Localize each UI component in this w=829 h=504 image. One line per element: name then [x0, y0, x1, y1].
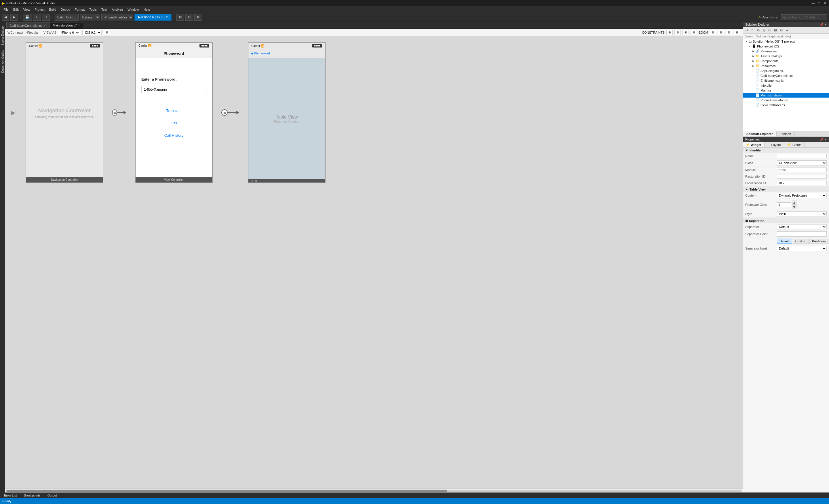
prop-class-select[interactable]: UITableView — [777, 160, 827, 166]
redo-btn[interactable]: ↪ — [42, 14, 50, 21]
view-controller-frame[interactable]: Carrier 📶 ■■■■ Phoneword Enter a Phonewo… — [135, 42, 213, 183]
tree-infoplist[interactable]: 📄 Info.plist — [743, 83, 829, 88]
forward-btn[interactable]: ▶ — [10, 14, 18, 21]
prop-content-value[interactable]: Dynamic Prototypes Static Cells — [777, 193, 827, 198]
tree-mainstoryboard[interactable]: 📄 Main.storyboard — [743, 93, 829, 98]
close-btn[interactable]: ✕ — [823, 1, 827, 5]
side-tab-document-outline[interactable]: Document Outline — [1, 47, 5, 75]
prop-content-select[interactable]: Dynamic Prototypes Static Cells — [777, 193, 827, 198]
undo-btn[interactable]: ↩ — [33, 14, 41, 21]
prop-section-tableview-header[interactable]: ▼ Table View — [743, 187, 829, 192]
prop-class-value[interactable]: UITableView — [777, 160, 827, 166]
se-refresh2-btn[interactable]: ⟳ — [767, 28, 772, 33]
prop-restoration-value[interactable] — [777, 174, 827, 179]
minimize-btn[interactable]: — — [811, 1, 815, 5]
tc-back-btn[interactable]: ◀ Phoneword — [251, 51, 270, 55]
menu-project[interactable]: Project — [32, 7, 47, 12]
tree-maincs[interactable]: 📄 Main.cs — [743, 88, 829, 93]
toolbar-btn-extra1[interactable]: ⊞ — [176, 14, 184, 21]
tree-phonetranslator[interactable]: 📄 PhoneTranslator.cs — [743, 98, 829, 103]
toolbar-btn-extra3[interactable]: ⊠ — [194, 14, 202, 21]
tree-project[interactable]: ▼ 📱 Phoneword iOS — [743, 44, 829, 49]
prop-tab-events[interactable]: ⚡ Events — [784, 142, 805, 147]
prop-tab-widget[interactable]: ⚡ Widget — [743, 142, 764, 147]
prop-separator-value[interactable]: Default None Single Line — [777, 224, 827, 229]
prop-module-value[interactable] — [777, 168, 827, 172]
se-close-btn[interactable]: ✕ — [824, 23, 827, 26]
vc-translate-btn[interactable]: Translate — [141, 107, 206, 114]
prop-name-value[interactable] — [777, 154, 827, 158]
se-gear-btn[interactable]: ⚙ — [779, 28, 784, 33]
menu-edit[interactable]: Edit — [11, 7, 21, 12]
menu-format[interactable]: Format — [73, 7, 87, 12]
se-refresh-btn[interactable]: ↺ — [744, 28, 749, 33]
prop-separator-select[interactable]: Default None Single Line — [777, 224, 827, 229]
toolbar-btn-extra2[interactable]: ⊟ — [185, 14, 193, 21]
dt-zoom-btn2[interactable]: ⊟ — [718, 30, 724, 35]
simulator-dropdown[interactable]: iPhoneSimulator — [101, 14, 133, 21]
tree-entitlements[interactable]: 📄 Entitlements.plist — [743, 78, 829, 83]
prop-name-input[interactable] — [777, 154, 827, 158]
tree-references[interactable]: ▶ 🔗 References — [743, 49, 829, 53]
se-props-btn[interactable]: ⚙ — [756, 28, 761, 33]
tree-asset-catalogs[interactable]: ▶ 📁 Asset Catalogs — [743, 53, 829, 59]
prop-separator-inset-value[interactable]: Default Custom — [777, 246, 827, 251]
play-btn[interactable]: ▶ iPhone 6 iOS 9.2 ▾ — [135, 14, 172, 21]
dt-zoom-btn3[interactable]: ⊠ — [726, 30, 732, 35]
tree-appdelegate[interactable]: 📄 AppDelegate.cs — [743, 68, 829, 73]
save-btn[interactable]: 💾 — [23, 14, 32, 21]
vc-phone-input[interactable] — [141, 86, 206, 93]
se-expand-btn[interactable]: ⊞ — [773, 28, 778, 33]
tree-resources[interactable]: ▶ 📁 Resources — [743, 63, 829, 68]
debug-dropdown[interactable]: Debug Release — [80, 14, 100, 21]
storyboard-canvas[interactable]: ▶ Carrier 📶 ■■■■ Navigation Controller C… — [5, 36, 743, 489]
prop-tab-layout[interactable]: — Layout — [764, 142, 784, 147]
tree-components[interactable]: ▶ 📁 Components — [743, 59, 829, 63]
prop-separator-inset-select[interactable]: Default Custom — [777, 246, 827, 251]
quick-launch-input[interactable] — [781, 14, 827, 20]
prop-style-value[interactable]: Plain Grouped — [777, 211, 827, 216]
back-btn[interactable]: ◀ — [2, 14, 9, 21]
dt-constraint-btn4[interactable]: ⊞ — [690, 30, 697, 35]
se-search-input[interactable] — [743, 34, 829, 39]
tree-solution[interactable]: ▼ 🗂 Solution 'Hello.iOS' (1 project) — [743, 39, 829, 44]
tab-mainstoryboard-close[interactable]: ✕ — [78, 24, 80, 27]
menu-file[interactable]: File — [1, 7, 11, 12]
dt-extra-btn[interactable]: ⊞ — [104, 30, 110, 35]
dt-zoom-btn4[interactable]: ⊞ — [734, 30, 740, 35]
se-search-bar[interactable] — [743, 34, 829, 39]
menu-tools[interactable]: Tools — [87, 7, 99, 12]
table-view-controller-frame[interactable]: Carrier 📶 ■■■■ ◀ Phoneword Table View Pr… — [248, 42, 326, 183]
prop-style-select[interactable]: Plain Grouped — [777, 211, 827, 216]
prop-section-identity-header[interactable]: ▼ Identity — [743, 148, 829, 153]
se-home-btn[interactable]: ⌂ — [750, 28, 755, 33]
maximize-btn[interactable]: □ — [817, 1, 821, 5]
horizontal-scrollbar[interactable] — [5, 489, 743, 493]
se-filter-btn[interactable]: ⊟ — [761, 28, 766, 33]
tab-callhistory-close[interactable]: ✕ — [43, 24, 46, 27]
side-tab-server-explorer[interactable]: Server Explorer — [1, 23, 5, 47]
se-pin-btn[interactable]: 📌 — [820, 23, 823, 26]
prop-prototype-decrement[interactable]: ▼ — [792, 205, 796, 209]
menu-analyze[interactable]: Analyze — [109, 7, 125, 12]
prop-prototype-increment[interactable]: ▲ — [792, 200, 796, 205]
dt-ios-dropdown[interactable]: iOS 9.2 — [82, 30, 102, 35]
scrollbar-thumb[interactable] — [6, 490, 447, 492]
prop-localization-value[interactable] — [777, 181, 827, 185]
prop-pin-btn[interactable]: 📌 — [820, 138, 823, 141]
menu-build[interactable]: Build — [47, 7, 59, 12]
bottom-tab-breakpoints[interactable]: Breakpoints — [21, 493, 43, 498]
vc-callhistory-btn[interactable]: Call History — [141, 132, 206, 139]
se-star-btn[interactable]: ★ — [784, 28, 790, 33]
prop-prototype-input[interactable] — [777, 202, 791, 207]
prop-close-btn[interactable]: ✕ — [824, 138, 827, 141]
prop-restoration-input[interactable] — [777, 174, 827, 179]
bottom-tab-output[interactable]: Output — [45, 493, 60, 498]
menu-view[interactable]: View — [21, 7, 33, 12]
dt-constraint-btn2[interactable]: ⊟ — [675, 30, 681, 35]
vc-call-btn[interactable]: Call — [141, 119, 206, 127]
tree-viewcontroller[interactable]: 📄 ViewController.cs — [743, 103, 829, 107]
tree-callhistory[interactable]: 📄 CallHistoryController.cs — [743, 73, 829, 78]
dt-constraint-btn3[interactable]: ⊠ — [683, 30, 689, 35]
tab-callhistory[interactable]: CallHistoryController.cs ✕ — [6, 22, 49, 29]
